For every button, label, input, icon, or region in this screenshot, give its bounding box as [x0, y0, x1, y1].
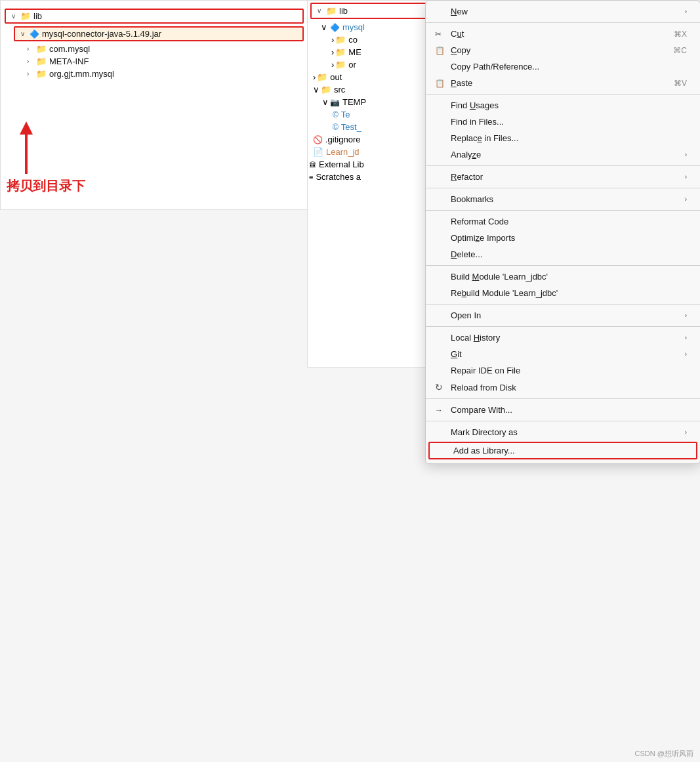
- menu-mark-dir[interactable]: Mark Directory as ›: [426, 424, 700, 440]
- history-label: Local History: [451, 333, 500, 343]
- jar-label: mysql-connector-java-5.1.49.jar: [42, 29, 161, 39]
- folder-icon: 📁: [36, 44, 47, 54]
- menu-bookmarks[interactable]: Bookmarks ›: [426, 191, 700, 207]
- submenu-arrow: ›: [685, 8, 687, 15]
- src-item[interactable]: ∨ 📁 src: [308, 83, 438, 96]
- copy-icon: 📋: [435, 46, 447, 55]
- menu-build-module[interactable]: Build Module 'Learn_jdbc': [426, 268, 700, 285]
- menu-copy[interactable]: 📋 Copy ⌘C: [426, 42, 700, 58]
- menu-compare-with[interactable]: → Compare With...: [426, 402, 700, 418]
- menu-reload[interactable]: ↻ Reload from Disk: [426, 379, 700, 396]
- copy-shortcut: ⌘C: [673, 46, 687, 55]
- menu-rebuild-module[interactable]: Rebuild Module 'Learn_jdbc': [426, 285, 700, 301]
- src-label: src: [334, 85, 345, 95]
- menu-add-library[interactable]: Add as Library...: [428, 442, 697, 459]
- separator-9: [426, 398, 700, 399]
- submenu-arrow: ›: [685, 151, 687, 158]
- menu-cut[interactable]: ✂ Cut ⌘X: [426, 26, 700, 42]
- scratches-item[interactable]: ≡ Scratches a: [308, 171, 438, 183]
- test-item[interactable]: © Test_: [308, 121, 438, 133]
- or-item[interactable]: › 📁 or: [308, 58, 438, 71]
- file-icon: 🚫: [313, 135, 323, 144]
- paste-icon: 📋: [435, 79, 447, 88]
- arrow: ∨: [317, 7, 325, 14]
- meta-inf-label: META-INF: [49, 56, 89, 66]
- learnjd-label: Learn_jd: [326, 147, 360, 157]
- paste-label: Paste: [451, 78, 472, 88]
- jar-item[interactable]: ∨ 🔷 mysql-connector-java-5.1.49.jar: [15, 28, 302, 40]
- add-library-label: Add as Library...: [453, 446, 515, 455]
- delete-label: Delete...: [451, 249, 482, 259]
- menu-analyze[interactable]: Analyze ›: [426, 146, 700, 163]
- learnjd-item[interactable]: 📄 Learn_jd: [308, 146, 438, 158]
- submenu-arrow: ›: [685, 312, 687, 319]
- menu-refactor[interactable]: Refactor ›: [426, 169, 700, 185]
- reload-icon: ↻: [435, 382, 447, 392]
- folder-icon: 📁: [321, 85, 331, 95]
- red-arrow: [20, 121, 33, 174]
- optimize-label: Optimize Imports: [451, 233, 515, 243]
- te-label: Te: [341, 110, 350, 119]
- separator-2: [426, 94, 700, 95]
- class-icon: ©: [333, 123, 339, 132]
- compare-icon: →: [435, 406, 447, 415]
- separator-3: [426, 165, 700, 166]
- arrow: ›: [313, 72, 316, 82]
- menu-reformat[interactable]: Reformat Code: [426, 213, 700, 230]
- me-item[interactable]: › 📁 ME: [308, 46, 438, 58]
- org-mysql-item[interactable]: › 📁 org.gjt.mm.mysql: [1, 68, 308, 80]
- separator-4: [426, 188, 700, 188]
- te-item[interactable]: © Te: [308, 108, 438, 121]
- copy-label: Copy: [451, 45, 470, 55]
- menu-paste[interactable]: 📋 Paste ⌘V: [426, 75, 700, 91]
- menu-delete[interactable]: Delete...: [426, 246, 700, 263]
- folder-icon: 📁: [36, 56, 47, 66]
- mysql-item[interactable]: ∨ 🔷 mysql: [308, 21, 438, 33]
- menu-new[interactable]: New ›: [426, 3, 700, 20]
- out-item[interactable]: › 📁 out: [308, 71, 438, 83]
- menu-find-usages[interactable]: Find Usages: [426, 97, 700, 114]
- temp-item[interactable]: ∨ 📷 TEMP: [308, 96, 438, 108]
- menu-repair-ide[interactable]: Repair IDE on File: [426, 362, 700, 379]
- context-menu: New › ✂ Cut ⌘X 📋 Copy ⌘C Copy Path/Refer…: [425, 0, 700, 464]
- menu-optimize[interactable]: Optimize Imports: [426, 230, 700, 246]
- gitignore-label: .gitignore: [325, 135, 360, 144]
- scratches-icon: ≡: [309, 173, 313, 181]
- arrow: ›: [331, 47, 334, 57]
- separator-8: [426, 326, 700, 327]
- ext-lib-label: External Lib: [319, 159, 364, 169]
- folder-icon: 📁: [335, 60, 346, 70]
- expand-arrow: ∨: [11, 12, 19, 20]
- arrow-head: [20, 121, 33, 135]
- separator-7: [426, 304, 700, 305]
- menu-local-history[interactable]: Local History ›: [426, 329, 700, 346]
- separator-6: [426, 265, 700, 266]
- menu-git[interactable]: Git ›: [426, 346, 700, 362]
- arrow: ›: [27, 45, 35, 53]
- gitignore-item[interactable]: 🚫 .gitignore: [308, 133, 438, 146]
- meta-inf-item[interactable]: › 📁 META-INF: [1, 55, 308, 68]
- replace-label: Replace in Files...: [451, 133, 518, 143]
- right-lib-label: lib: [339, 6, 348, 16]
- folder-icon: 📁: [335, 47, 346, 57]
- com-mysql-item[interactable]: › 📁 com.mysql: [1, 43, 308, 55]
- cut-shortcut: ⌘X: [674, 30, 687, 39]
- scratches-label: Scratches a: [316, 172, 361, 182]
- arrow: ›: [27, 70, 35, 77]
- cut-icon: ✂: [435, 30, 447, 39]
- lib-folder[interactable]: ∨ 📁 lib: [6, 10, 302, 22]
- menu-replace-files[interactable]: Replace in Files...: [426, 130, 700, 146]
- menu-copy-path[interactable]: Copy Path/Reference...: [426, 58, 700, 75]
- expand-arrow: ∨: [321, 22, 327, 32]
- menu-open-in[interactable]: Open In ›: [426, 307, 700, 324]
- jar-icon: 🔷: [330, 23, 340, 32]
- arrow: ∨: [313, 85, 319, 95]
- external-lib-item[interactable]: 🏛 External Lib: [308, 158, 438, 171]
- co-item[interactable]: › 📁 co: [308, 33, 438, 46]
- cut-label: Cut: [451, 29, 464, 39]
- right-lib-header[interactable]: ∨ 📁 lib: [310, 3, 436, 19]
- separator-5: [426, 210, 700, 211]
- file-icon: 📄: [313, 147, 323, 157]
- menu-find-files[interactable]: Find in Files...: [426, 114, 700, 130]
- copy-path-label: Copy Path/Reference...: [451, 62, 539, 72]
